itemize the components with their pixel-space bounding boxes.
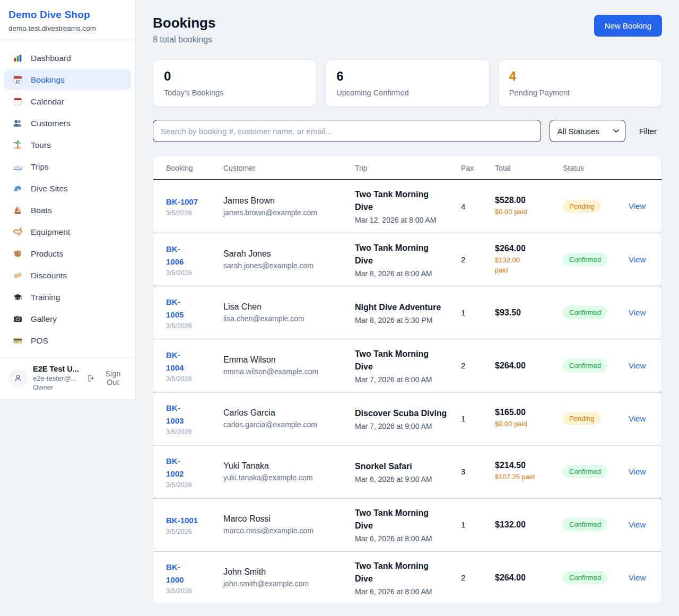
status-cell: Pending [563,200,622,213]
filter-button[interactable]: Filter [634,127,662,136]
status-cell: Confirmed [563,306,622,319]
booking-id-link[interactable]: BK- 1000 [166,561,217,586]
view-link[interactable]: View [629,414,646,423]
sidebar-item-label: Tours [31,140,51,150]
booking-id-link[interactable]: BK- 1005 [166,296,217,321]
stat-value: 6 [336,69,478,84]
pax-value: 2 [461,361,489,370]
view-link[interactable]: View [629,467,646,476]
total-amount: $264.00 [495,573,556,583]
new-booking-button[interactable]: New Booking [594,15,662,37]
booking-id-link[interactable]: BK- 1003 [166,402,217,427]
booking-cell: BK- 1003 3/5/2026 [166,402,217,436]
booking-cell: BK- 1002 3/5/2026 [166,455,217,489]
bookings-calendar-icon: 17 [13,75,23,85]
view-link[interactable]: View [629,201,646,210]
customer-email: marco.rossi@example.com [223,526,349,535]
sidebar-item-label: Training [31,293,60,302]
table-row: BK- 1002 3/5/2026 Yuki Tanaka yuki.tanak… [153,445,661,498]
customer-cell: Carlos Garcia carlos.garcia@example.com [223,408,349,429]
sidebar-item-gallery[interactable]: Gallery [4,309,131,329]
table-row: BK-1001 3/5/2026 Marco Rossi marco.rossi… [153,498,661,551]
user-meta: E2E Test U... e2e-tester@... Owner [33,365,82,391]
app-root: Demo Dive Shop demo.test.divestreams.com… [0,0,679,616]
pax-value: 3 [461,467,489,476]
sidebar-item-equipment[interactable]: Equipment [4,222,131,242]
sidebar-item-boats[interactable]: Boats [4,200,131,221]
avatar [8,368,28,388]
column-header: Pax [461,164,489,172]
customer-cell: Marco Rossi marco.rossi@example.com [223,514,349,535]
booking-date: 3/5/2026 [166,375,217,383]
sidebar-item-products[interactable]: Products [4,243,131,264]
view-link[interactable]: View [629,573,646,582]
customer-name: Sarah Jones [223,249,349,259]
total-cell: $214.50 $107.25 paid [495,461,556,482]
sign-out-label: Sign Out [99,369,127,386]
dive-mask-icon [13,227,23,237]
view-link[interactable]: View [629,361,646,370]
trip-cell: Two Tank Morning Dive Mar 7, 2026 at 8:0… [355,348,455,384]
trip-name: Two Tank Morning Dive [355,242,447,267]
stat-card-0: 0Today's Bookings [153,59,317,107]
customer-name: John Smith [223,567,349,577]
total-amount: $93.50 [495,308,556,318]
table-row: BK- 1000 3/5/2026 John Smith john.smith@… [153,551,661,604]
sidebar-item-tours[interactable]: Tours [4,135,131,155]
sidebar-item-label: Calendar [31,97,64,107]
sidebar-item-dashboard[interactable]: Dashboard [4,48,131,68]
trip-cell: Discover Scuba Diving Mar 7, 2026 at 9:0… [355,407,455,430]
sidebar-item-customers[interactable]: Customers [4,113,131,134]
sidebar-item-trips[interactable]: Trips [4,156,131,177]
trip-cell: Night Dive Adventure Mar 8, 2026 at 5:30… [355,301,455,324]
booking-id-link[interactable]: BK- 1004 [166,349,217,374]
trip-name: Night Dive Adventure [355,301,447,314]
sign-out-icon [87,374,95,383]
status-select[interactable]: All Statuses [550,120,625,142]
page-title-block: Bookings 8 total bookings [153,15,215,45]
booking-cell: BK- 1004 3/5/2026 [166,349,217,383]
wave-icon [13,183,23,193]
pax-value: 1 [461,520,489,529]
booking-cell: BK- 1006 3/5/2026 [166,243,217,277]
action-cell: View [629,255,649,265]
total-amount: $528.00 [495,196,556,205]
page-title: Bookings [153,15,215,31]
page-header: Bookings 8 total bookings New Booking [153,15,662,45]
booking-id-link[interactable]: BK- 1006 [166,243,217,268]
sign-out-button[interactable]: Sign Out [87,369,127,386]
brand-name: Demo Dive Shop [8,9,127,21]
pax-value: 1 [461,308,489,317]
camera-icon [13,314,23,324]
graduation-cap-icon [13,292,23,302]
island-icon [13,140,23,150]
sidebar-item-pos[interactable]: POS [4,330,131,351]
column-header: Customer [223,164,349,172]
search-input[interactable] [153,120,541,142]
view-link[interactable]: View [629,308,646,317]
customer-email: emma.wilson@example.com [223,367,349,376]
sidebar-item-bookings[interactable]: 17Bookings [4,69,131,90]
total-cell: $132.00 [495,520,556,530]
pax-value: 4 [461,202,489,211]
trip-name: Discover Scuba Diving [355,407,447,420]
sidebar-item-dive-sites[interactable]: Dive Sites [4,178,131,199]
sidebar-item-calendar[interactable]: Calendar [4,91,131,112]
stat-value: 0 [164,69,306,84]
view-link[interactable]: View [629,520,646,529]
total-amount: $264.00 [495,244,556,253]
column-header: Booking [166,164,217,172]
booking-date: 3/5/2026 [166,528,217,535]
sidebar-item-training[interactable]: Training [4,287,131,307]
sidebar-item-discounts[interactable]: Discounts [4,265,131,286]
trip-datetime: Mar 8, 2026 at 8:00 AM [355,269,455,278]
trip-name: Two Tank Morning Dive [355,188,447,214]
person-icon [13,373,23,383]
view-link[interactable]: View [629,255,646,264]
status-cell: Confirmed [563,571,622,584]
booking-id-link[interactable]: BK- 1002 [166,455,217,480]
trip-datetime: Mar 7, 2026 at 8:00 AM [355,375,455,384]
booking-id-link[interactable]: BK-1007 [166,196,217,208]
sidebar-item-label: Products [31,249,63,259]
booking-id-link[interactable]: BK-1001 [166,514,217,527]
